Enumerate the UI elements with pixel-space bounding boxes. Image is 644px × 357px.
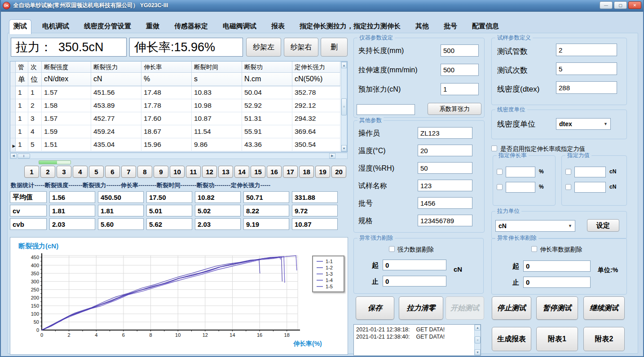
tube-button-10[interactable]: 10 [170, 166, 185, 178]
tab-3[interactable]: 线密度分管设置 [80, 20, 135, 33]
specified-elongation-checkbox-1[interactable] [497, 169, 503, 175]
tab-1[interactable]: 测试 [9, 19, 31, 34]
grid-cell[interactable]: 435.04 [91, 138, 141, 151]
grid-vertical-scrollbar[interactable]: ▲=▼ [341, 62, 347, 152]
grid-cell[interactable]: 18.67 [141, 125, 192, 138]
other-param-input-1[interactable]: ZL123 [418, 127, 472, 139]
tab-4[interactable]: 重做 [142, 20, 163, 33]
grid-cell[interactable]: 4 [28, 125, 42, 138]
grid-cell[interactable]: 2 [28, 99, 42, 112]
tab-10[interactable]: 批号 [440, 20, 461, 33]
elongation-data-remove-checkbox[interactable] [531, 246, 537, 252]
grid-cell[interactable]: 1.57 [42, 112, 91, 125]
minimize-button[interactable]: — [600, 1, 613, 9]
grid-cell[interactable]: 1.59 [42, 125, 91, 138]
grid-cell[interactable]: 17.60 [141, 112, 192, 125]
tube-button-18[interactable]: 18 [299, 166, 314, 178]
log-scrollbar[interactable]: ▲ = ▼ [474, 325, 481, 355]
report-button-2[interactable]: 附表1 [536, 327, 578, 351]
tube-button-5[interactable]: 5 [89, 166, 104, 178]
scroll-thumb[interactable]: = [341, 98, 347, 115]
calc-tension-button[interactable]: 系数算张力 [428, 103, 481, 115]
action-button-5[interactable]: 暂停测试 [536, 296, 578, 320]
tab-2[interactable]: 电机调试 [38, 20, 73, 33]
specified-force-input-2[interactable] [574, 182, 606, 193]
action-button-1[interactable]: 保存 [356, 296, 394, 320]
grid-cell[interactable]: 352.78 [292, 86, 340, 99]
instrument-param-input-3[interactable]: 1 [441, 83, 479, 95]
grid-cell[interactable]: 17.78 [141, 99, 192, 112]
tab-11[interactable]: 配置信息 [468, 20, 503, 33]
grid-cell[interactable]: 10.98 [192, 99, 242, 112]
grid-cell[interactable]: 3 [28, 112, 42, 125]
other-param-input-4[interactable]: 123 [418, 180, 472, 191]
action-button-2[interactable]: 拉力清零 [399, 296, 443, 320]
sample-param-input-2[interactable]: 5 [556, 62, 617, 75]
tube-button-3[interactable]: 3 [57, 166, 71, 178]
grid-cell[interactable]: 43.36 [242, 138, 292, 151]
scroll-up-icon[interactable]: ▲ [341, 62, 347, 68]
tube-button-20[interactable]: 20 [331, 166, 346, 178]
grid-cell[interactable]: 453.89 [91, 99, 141, 112]
grid-horizontal-scrollbar[interactable]: ◀‖▶ [10, 153, 348, 159]
tube-button-7[interactable]: 7 [121, 166, 136, 178]
grid-cell[interactable]: 50.04 [242, 86, 292, 99]
close-button[interactable]: ✕ [628, 1, 641, 9]
grid-cell[interactable]: 452.77 [91, 112, 141, 125]
grid-cell[interactable]: 1 [16, 99, 28, 112]
grid-cell[interactable]: 52.92 [242, 99, 292, 112]
tube-button-6[interactable]: 6 [105, 166, 120, 178]
tube-button-16[interactable]: 16 [267, 166, 282, 178]
tab-7[interactable]: 报表 [267, 20, 289, 33]
tube-button-14[interactable]: 14 [234, 166, 249, 178]
tension-coefficient-input[interactable] [357, 104, 415, 115]
grid-cell[interactable]: 9.86 [192, 138, 242, 151]
tube-button-11[interactable]: 11 [186, 166, 201, 178]
grid-cell[interactable]: 11.54 [192, 125, 242, 138]
action-button-4[interactable]: 停止测试 [492, 296, 531, 320]
grid-cell[interactable]: 451.56 [91, 86, 141, 99]
grid-cell[interactable]: 1 [16, 112, 28, 125]
specified-force-checkbox-1[interactable] [565, 169, 571, 175]
grid-cell[interactable]: 17.48 [141, 86, 192, 99]
force-from-input[interactable]: 0 [383, 260, 446, 270]
report-button-3[interactable]: 附表2 [583, 327, 625, 351]
grid-cell[interactable]: 1.57 [42, 86, 91, 99]
tube-button-2[interactable]: 2 [40, 166, 55, 178]
grid-cell[interactable]: 1 [16, 138, 28, 151]
grid-cell[interactable]: 15.96 [141, 138, 192, 151]
set-button[interactable]: 设定 [587, 219, 619, 232]
grid-cell[interactable]: 10.83 [192, 86, 242, 99]
maximize-button[interactable]: ▢ [614, 1, 627, 9]
scroll-right-icon[interactable]: ▶ [329, 153, 335, 159]
other-param-input-5[interactable]: 1456 [418, 197, 472, 209]
other-param-input-2[interactable]: 20 [418, 145, 472, 156]
creel-button-2[interactable]: 纱架右 [284, 38, 318, 57]
grid-cell[interactable]: 294.32 [292, 112, 340, 125]
action-button-6[interactable]: 继续测试 [583, 296, 625, 320]
tube-button-15[interactable]: 15 [251, 166, 265, 178]
force-to-input[interactable]: 0 [383, 276, 446, 286]
tube-button-4[interactable]: 4 [73, 166, 88, 178]
specified-force-checkbox-2[interactable] [565, 184, 571, 190]
grid-cell[interactable]: 459.24 [91, 125, 141, 138]
grid-cell[interactable]: 51.31 [242, 112, 292, 125]
density-unit-select[interactable]: dtex▼ [556, 118, 611, 130]
grid-cell[interactable]: 10.87 [192, 112, 242, 125]
tube-button-1[interactable]: 1 [24, 166, 39, 178]
grid-cell[interactable]: 292.12 [292, 99, 340, 112]
sample-param-input-1[interactable]: 2 [556, 44, 617, 56]
other-param-input-6[interactable]: 123456789 [418, 215, 472, 226]
enable-specified-checkbox[interactable] [491, 145, 497, 151]
tube-button-8[interactable]: 8 [137, 166, 152, 178]
scroll-up-icon[interactable]: ▲ [475, 325, 481, 331]
tube-button-13[interactable]: 13 [218, 166, 233, 178]
scroll-down-icon[interactable]: ▼ [341, 145, 347, 151]
tube-button-12[interactable]: 12 [202, 166, 217, 178]
grid-cell[interactable]: 1 [16, 86, 28, 99]
elongation-to-input[interactable]: 0 [523, 277, 591, 288]
other-param-input-3[interactable]: 50 [418, 162, 472, 174]
grid-cell[interactable]: 369.64 [292, 125, 340, 138]
instrument-param-input-1[interactable]: 500 [441, 44, 479, 57]
grid-cell[interactable]: 55.91 [242, 125, 292, 138]
